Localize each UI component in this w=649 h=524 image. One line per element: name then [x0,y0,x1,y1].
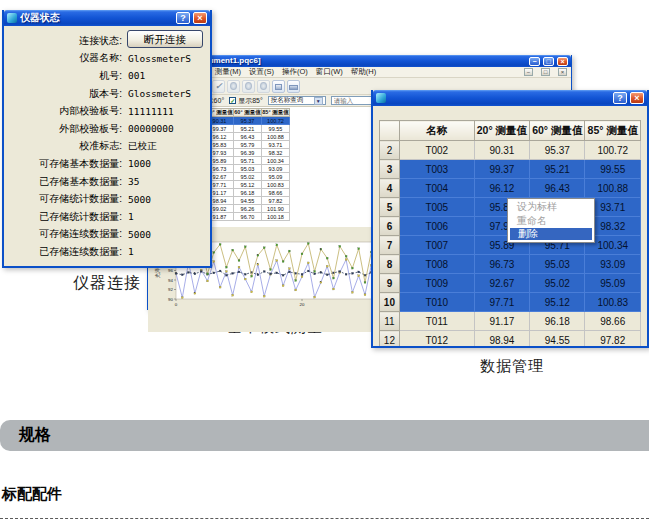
field-value: 35 [128,176,139,187]
field-label: 外部校验板号: [4,122,122,136]
table-row[interactable]: 12T01298.9494.5597.82 [380,331,641,347]
svg-text:0: 0 [175,302,178,307]
cell-85deg: 95.09 [585,274,641,293]
cell-name: T008 [399,255,474,274]
context-menu-item[interactable]: 删除 [509,227,593,241]
cell-85deg: 97.82 [585,331,641,347]
svg-text:94: 94 [168,278,173,283]
accessories-heading: 标配配件 [2,485,62,504]
status-field-row: 校准标志:已校正 [4,138,210,156]
status-fields: 连接状态:已连接仪器名称:GlossmeterS机号:001版本号:Glossm… [4,32,210,261]
column-header[interactable]: 85° 测量值 [262,109,290,117]
cell-60deg: 94.55 [530,331,585,347]
cell-name: T012 [399,331,474,347]
mdi-restore-button[interactable]: □ [541,68,550,76]
close-button[interactable]: × [557,57,568,66]
menu-item[interactable]: 操作(O) [282,67,308,77]
continuous-icon[interactable] [257,80,270,93]
help-button[interactable]: ? [613,92,627,104]
menu-item[interactable]: 帮助(H) [351,67,376,77]
cell-85deg: 93.09 [585,255,641,274]
table-row[interactable]: 10T01097.7195.12100.83 [380,293,641,312]
cell-60deg: 96.43 [234,133,262,141]
spec-section-bar: 规格 [0,420,649,451]
column-header[interactable]: 20° 测量值 [474,121,529,141]
column-header[interactable]: 60° 测量值 [234,109,262,117]
field-value: GlossmeterS [128,53,191,64]
table-row[interactable]: 11T01191.1796.1898.66 [380,312,641,331]
status-field-row: 已存储基本数据量:35 [4,173,210,191]
close-button[interactable]: × [630,92,644,104]
cell-name: T002 [399,141,474,160]
column-header[interactable]: 名称 [399,121,474,141]
category-select-value: 按名称查询 [271,96,304,105]
statistics-icon[interactable] [242,80,255,93]
cell-name: T006 [399,217,474,236]
svg-text:92: 92 [168,287,173,292]
maximize-button[interactable]: □ [543,57,554,66]
measure-icon[interactable] [227,80,240,93]
corner-cell [380,121,400,141]
data-titlebar[interactable]: ? × [373,90,647,106]
table-row[interactable]: 9T00992.6795.0295.09 [380,274,641,293]
page-canvas: GQC6 - [document1.pqc6] − □ × 文件(F)仪器(I)… [0,0,649,524]
cell-60deg: 95.71 [234,157,262,165]
context-menu-item[interactable]: 重命名 [509,214,593,228]
dialog-title: 仪器状态 [20,12,173,24]
checkbox-label: 显示85° [238,96,263,106]
field-value: 5000 [128,229,151,240]
table-row[interactable]: 2T00290.3195.37100.72 [380,141,641,160]
calibrate-icon[interactable] [212,80,225,93]
minimize-button[interactable]: − [529,57,540,66]
row-number: 12 [380,331,400,347]
status-field-row: 可存储统计数据量:5000 [4,190,210,208]
cell-60deg: 94.55 [234,197,262,205]
row-number: 3 [380,160,400,179]
cell-60deg: 95.03 [234,165,262,173]
print-icon[interactable] [272,80,285,93]
status-field-row: 已存储统计数据量:1 [4,208,210,226]
cell-85deg: 98.32 [262,149,290,157]
status-field-row: 仪器名称:GlossmeterS [4,50,210,68]
field-label: 已存储统计数据量: [4,210,122,224]
cell-20deg: 98.94 [474,331,529,347]
filter-checkbox[interactable]: ✓显示85° [229,96,263,106]
data-window-body: 名称20° 测量值60° 测量值85° 测量值2T00290.3195.3710… [373,106,647,346]
menu-item[interactable]: 测量(M) [215,67,241,77]
context-menu-item[interactable]: 设为标样 [509,200,593,214]
field-label: 校准标志: [4,139,122,153]
field-value: 1 [128,211,134,222]
menu-item[interactable]: 设置(S) [249,67,274,77]
field-label: 连接状态: [4,34,122,48]
cell-name: T003 [399,160,474,179]
help-button[interactable]: ? [176,12,190,24]
column-header[interactable]: 60° 测量值 [530,121,585,141]
category-select[interactable]: 按名称查询 ▼ [268,96,326,105]
mdi-close-button[interactable]: × [558,68,567,76]
cell-60deg: 95.02 [234,173,262,181]
menu-item[interactable]: 窗口(W) [316,67,343,77]
field-value: 00000000 [128,123,174,134]
cell-85deg: 100.88 [262,133,290,141]
table-row[interactable]: 8T00896.7395.0393.09 [380,255,641,274]
cell-20deg: 97.71 [474,293,529,312]
cell-20deg: 92.67 [474,274,529,293]
cell-60deg: 95.79 [234,141,262,149]
status-field-row: 外部校验板号:00000000 [4,120,210,138]
table-row[interactable]: 3T00399.3795.2199.55 [380,160,641,179]
cell-85deg: 93.71 [262,141,290,149]
export-icon[interactable] [287,80,300,93]
table-row[interactable]: 4T00496.1296.43100.88 [380,179,641,198]
dialog-icon [7,13,17,23]
dialog-titlebar[interactable]: 仪器状态 ? × [4,10,210,26]
close-button[interactable]: × [193,12,207,24]
mdi-minimize-button[interactable]: − [524,68,533,76]
column-header[interactable]: 85° 测量值 [585,121,641,141]
cell-85deg: 99.55 [585,160,641,179]
disconnect-button[interactable]: 断开连接 [127,30,203,48]
checkbox-check-icon: ✓ [229,97,236,104]
field-label: 可存储基本数据量: [4,157,122,171]
window-icon [376,93,386,103]
field-value: 1000 [128,158,151,169]
field-label: 已存储基本数据量: [4,175,122,189]
